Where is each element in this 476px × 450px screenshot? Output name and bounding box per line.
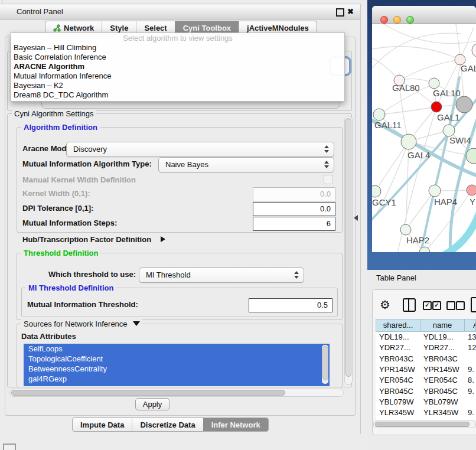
unchecked-checkbox-icon[interactable] (446, 301, 455, 310)
popup-item[interactable]: Bayesian – K2 (11, 81, 344, 90)
cell[interactable] (464, 397, 476, 407)
table-row[interactable]: YLR345W YLR345W 9. (376, 407, 476, 418)
network-node[interactable] (400, 224, 411, 235)
cell[interactable]: YLR345W (376, 407, 420, 418)
table-row[interactable]: YBL079W YBL079W (376, 397, 476, 407)
table-row[interactable]: YBR043C YBR043C (376, 354, 476, 364)
checked-checkbox-icon[interactable]: ✓ (423, 301, 432, 310)
column-header-name[interactable]: name (420, 319, 465, 332)
cell[interactable]: YLR345W (420, 407, 464, 418)
list-item[interactable]: SelfLoops (24, 344, 330, 354)
cell[interactable]: YPR145W (376, 364, 420, 375)
settings-horizontal-scrollbar-thumb[interactable] (11, 390, 285, 396)
list-item[interactable]: TopologicalCoefficient (24, 354, 330, 364)
cell[interactable]: 9. (464, 407, 476, 418)
cell[interactable]: 13 (464, 332, 476, 343)
table-horizontal-scrollbar-thumb[interactable] (375, 422, 470, 427)
mi-steps-field[interactable]: 6 (253, 217, 335, 231)
which-threshold-combobox[interactable]: MI Threshold (139, 268, 304, 283)
network-node[interactable] (373, 109, 385, 120)
cell[interactable]: YBR045C (420, 386, 464, 397)
cell[interactable]: YBR043C (420, 354, 464, 364)
popup-item[interactable]: Dream8 DC_TDC Algorithm (11, 90, 344, 100)
cell[interactable]: YPR145W (420, 364, 464, 375)
cell[interactable]: YER054C (420, 375, 464, 386)
tab-infer-network[interactable]: Infer Network (203, 418, 268, 431)
unchecked-checkbox-icon[interactable] (456, 301, 465, 310)
float-window-icon[interactable] (336, 8, 344, 17)
network-window-titlebar[interactable] (372, 6, 476, 24)
which-threshold-value: MI Threshold (146, 268, 191, 282)
cell[interactable]: YDL19... (376, 332, 420, 343)
cell[interactable]: YBL079W (376, 397, 420, 407)
cell[interactable]: 9. (464, 364, 476, 375)
popup-item[interactable]: Mutual Information Inference (11, 71, 344, 81)
table-row[interactable]: YDL19... YDL19... 13 (376, 332, 476, 343)
list-item[interactable]: BetweennessCentrality (24, 364, 330, 374)
network-node[interactable] (443, 125, 455, 136)
tab-cyni-toolbox-label: Cyni Toolbox (183, 24, 231, 32)
network-node[interactable] (429, 78, 439, 89)
network-node-label: GAL (461, 63, 476, 73)
tab-discretize-data[interactable]: Discretize Data (132, 418, 203, 431)
cell[interactable]: YER054C (376, 375, 420, 386)
document-icon[interactable] (471, 297, 476, 312)
cell[interactable]: YDR27... (376, 343, 420, 353)
panel-collapse-arrow-icon[interactable] (354, 215, 358, 221)
settings-vertical-scrollbar[interactable] (344, 116, 353, 385)
network-node[interactable] (467, 185, 476, 195)
cell[interactable]: YBR045C (376, 386, 420, 397)
network-node[interactable] (431, 102, 442, 112)
column-header-partial[interactable]: A (464, 319, 476, 332)
table-row[interactable]: YER054C YER054C 8. (376, 375, 476, 386)
cell[interactable]: YDL19... (420, 332, 464, 343)
column-header-shared[interactable]: shared... (376, 319, 420, 332)
minimize-traffic-light-icon[interactable] (393, 16, 401, 24)
network-node[interactable] (456, 96, 472, 113)
cell[interactable]: YBL079W (420, 397, 464, 407)
minimized-panel-icon[interactable] (3, 444, 16, 450)
tab-style-label: Style (110, 24, 128, 32)
checked-checkbox-icon[interactable]: ✓ (432, 301, 441, 310)
cell[interactable] (464, 354, 476, 364)
table-row[interactable]: YDR27... YDR27... 12 (376, 343, 476, 353)
settings-vertical-scrollbar-thumb[interactable] (345, 118, 351, 377)
network-node[interactable] (401, 134, 416, 149)
close-traffic-light-icon[interactable] (380, 16, 388, 24)
mi-algorithm-type-label: Mutual Information Algorithm Type: (22, 157, 152, 171)
gear-icon[interactable]: ⚙ (380, 298, 390, 312)
mi-algorithm-type-combobox[interactable]: Naive Bayes (158, 157, 334, 172)
cell[interactable]: YDR27... (420, 343, 464, 353)
mi-threshold-field[interactable]: 0.5 (249, 298, 332, 312)
cell[interactable]: 8. (464, 375, 476, 386)
columns-icon[interactable] (403, 298, 416, 312)
network-node[interactable] (472, 43, 476, 57)
kernel-width-field[interactable]: 0.0 (253, 187, 335, 201)
cell[interactable]: 12 (464, 343, 476, 353)
zoom-traffic-light-icon[interactable] (406, 16, 414, 24)
cell[interactable]: 9. (464, 386, 476, 397)
data-attributes-list[interactable]: SelfLoops TopologicalCoefficient Between… (24, 344, 330, 386)
expand-right-icon[interactable] (161, 236, 165, 242)
popup-item[interactable]: Bayesian – Hill Climbing (11, 43, 344, 53)
collapse-down-icon[interactable] (133, 321, 140, 326)
settings-horizontal-scrollbar[interactable] (9, 389, 344, 397)
manual-kernel-width-checkbox[interactable] (324, 175, 333, 184)
popup-item[interactable]: Basic Correlation Inference (11, 53, 344, 62)
list-scrollbar-thumb[interactable] (322, 346, 328, 380)
network-node[interactable] (372, 185, 381, 197)
table-row[interactable]: YPR145W YPR145W 9. (376, 364, 476, 375)
apply-button[interactable]: Apply (135, 398, 169, 410)
cell[interactable]: YBR043C (376, 354, 420, 364)
table-row[interactable]: YBR045C YBR045C 9. (376, 386, 476, 397)
close-icon[interactable]: ✖ (347, 5, 354, 19)
network-graph[interactable]: GALGAL80GAL10GAL1GAL11SWI4GAL4GCY1HAP4YH… (372, 24, 476, 252)
table-horizontal-scrollbar[interactable] (373, 420, 476, 428)
popup-item-selected[interactable]: ARACNE Algorithm (11, 62, 344, 71)
dpi-tolerance-field[interactable]: 0.0 (253, 202, 335, 216)
network-node[interactable] (429, 185, 441, 197)
list-scrollbar[interactable] (322, 345, 328, 384)
list-item[interactable]: gal4RGexp (24, 374, 330, 384)
aracne-mode-combobox[interactable]: Discovery (66, 142, 334, 157)
tab-impute-data[interactable]: Impute Data (73, 418, 132, 431)
